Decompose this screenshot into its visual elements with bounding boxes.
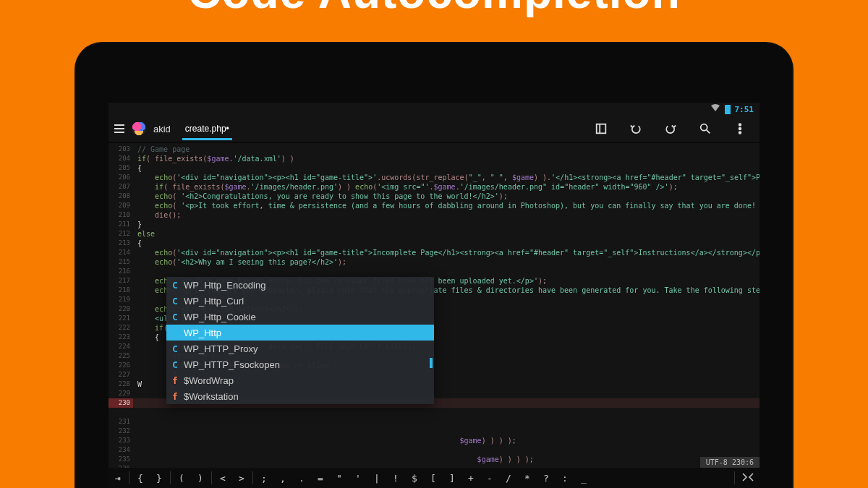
tab-key[interactable]: ⇥ <box>109 473 127 484</box>
completion-label: $WordWrap <box>184 375 234 386</box>
completion-label: WP_HTTP_Proxy <box>184 343 258 354</box>
symbol-key[interactable]: } <box>150 473 169 484</box>
symbol-key[interactable]: / <box>499 473 518 484</box>
code-editor[interactable]: 203 204 205 206 207 208 209 210 211 212 … <box>109 143 760 469</box>
autocomplete-item[interactable]: f$Workstation <box>166 388 434 404</box>
android-status-bar: 7:51 <box>109 103 760 116</box>
symbol-key[interactable]: ? <box>537 473 556 484</box>
symbol-key[interactable]: $ <box>405 473 424 484</box>
undo-button[interactable] <box>626 119 645 138</box>
symbol-key[interactable]: ; <box>255 473 273 484</box>
battery-icon <box>725 105 731 114</box>
completion-label: WP_Http_Cookie <box>184 312 256 322</box>
completion-label: WP_HTTP_Fsockopen <box>184 359 280 370</box>
symbol-key[interactable]: . <box>292 473 311 484</box>
completion-kind-icon: C <box>172 343 184 354</box>
symbol-key[interactable]: ] <box>443 473 461 484</box>
symbol-key[interactable]: + <box>461 473 480 484</box>
autocomplete-item[interactable]: CWP_Http_Encoding <box>166 277 434 293</box>
completion-kind-icon: C <box>172 296 184 307</box>
autocomplete-item[interactable]: CWP_Http_Cookie <box>166 309 434 325</box>
autocomplete-item[interactable]: CWP_HTTP_Fsockopen <box>166 356 434 372</box>
completion-label: WP_Http_Encoding <box>184 280 265 291</box>
symbol-keybar: ⇥ {}()<>;,.="'|!$[]+-/*?:_ <box>109 468 760 488</box>
symbol-key[interactable]: < <box>213 473 232 484</box>
wifi-icon <box>710 104 720 114</box>
svg-point-2 <box>701 124 707 131</box>
autocomplete-item[interactable]: CWP_Http_Curl <box>166 293 434 309</box>
symbol-key[interactable]: ( <box>172 473 191 484</box>
symbol-key[interactable]: { <box>131 473 150 484</box>
autocomplete-item[interactable]: CWP_Http <box>166 325 434 341</box>
menu-icon[interactable] <box>114 124 124 133</box>
autocomplete-popup[interactable]: CWP_Http_EncodingCWP_Http_CurlCWP_Http_C… <box>166 277 434 404</box>
symbol-key[interactable]: ' <box>349 473 367 484</box>
screen: 7:51 akid create.php• 203 204 205 206 20… <box>109 103 760 488</box>
search-button[interactable] <box>696 119 715 138</box>
symbol-key[interactable]: _ <box>574 473 593 484</box>
completion-kind-icon: f <box>172 375 184 386</box>
symbol-key[interactable]: [ <box>424 473 443 484</box>
completion-label: WP_Http_Curl <box>184 296 244 307</box>
symbol-key[interactable]: * <box>518 473 537 484</box>
line-gutter: 203 204 205 206 207 208 209 210 211 212 … <box>109 143 133 469</box>
promo-banner: Code Autocompletion <box>0 0 868 30</box>
symbol-key[interactable]: ) <box>191 473 210 484</box>
app-name: akid <box>153 124 171 134</box>
completion-label: WP_Http <box>184 328 221 338</box>
redo-button[interactable] <box>661 119 680 138</box>
editor-status-line: UTF-8 230:6 <box>700 457 760 468</box>
tab-file[interactable]: create.php• <box>182 118 232 140</box>
symbol-key[interactable]: , <box>273 473 292 484</box>
completion-kind-icon: C <box>172 359 184 370</box>
autocomplete-item[interactable]: f$WordWrap <box>166 372 434 388</box>
symbol-key[interactable]: - <box>480 473 499 484</box>
tablet-frame: 7:51 akid create.php• 203 204 205 206 20… <box>76 43 792 488</box>
overflow-menu-button[interactable] <box>731 119 749 138</box>
clock: 7:51 <box>735 105 754 114</box>
symbol-key[interactable]: | <box>367 473 386 484</box>
completion-label: $Workstation <box>184 391 239 402</box>
symbol-key[interactable]: " <box>330 473 349 484</box>
svg-point-5 <box>739 128 741 130</box>
symbol-key[interactable]: = <box>311 473 330 484</box>
completion-kind-icon: C <box>172 280 184 291</box>
symbol-key[interactable]: ! <box>386 473 405 484</box>
collapse-keyboard-button[interactable] <box>736 472 760 484</box>
completion-kind-icon: f <box>172 391 184 402</box>
symbol-key[interactable]: : <box>556 473 574 484</box>
app-logo-icon <box>132 121 146 136</box>
completion-kind-icon: C <box>172 312 184 322</box>
svg-rect-0 <box>597 124 606 134</box>
autocomplete-item[interactable]: CWP_HTTP_Proxy <box>166 341 434 356</box>
svg-point-4 <box>739 124 741 126</box>
svg-point-6 <box>739 132 741 134</box>
symbol-key[interactable]: > <box>232 473 251 484</box>
popup-scrollbar-thumb[interactable] <box>430 358 433 368</box>
completion-kind-icon: C <box>172 328 184 338</box>
app-toolbar: akid create.php• <box>109 116 760 143</box>
toggle-sidebar-button[interactable] <box>592 119 610 138</box>
svg-line-3 <box>707 130 710 134</box>
